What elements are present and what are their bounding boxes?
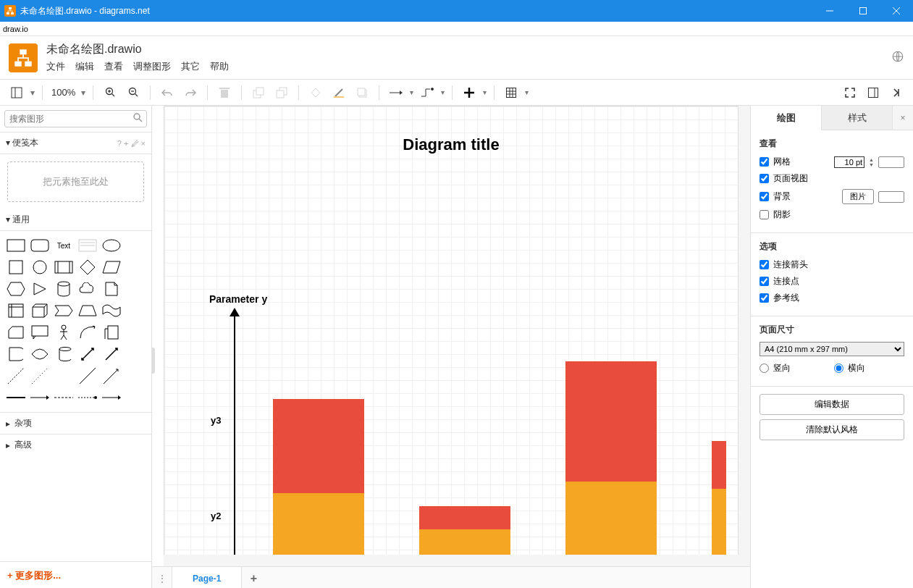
shape-bidir-arrow[interactable] bbox=[76, 344, 98, 364]
bar-4[interactable] bbox=[712, 441, 726, 566]
arrows-checkbox[interactable] bbox=[760, 260, 769, 269]
more-shapes-button[interactable]: + 更多图形... bbox=[0, 561, 151, 588]
tab-style[interactable]: 样式 bbox=[822, 106, 893, 130]
bar-1[interactable] bbox=[273, 399, 364, 566]
fill-color-button[interactable] bbox=[306, 83, 325, 102]
shape-actor[interactable] bbox=[52, 322, 75, 343]
shape-cube[interactable] bbox=[28, 301, 51, 321]
format-panel-button[interactable] bbox=[864, 83, 883, 102]
landscape-radio[interactable] bbox=[834, 364, 843, 373]
shape-arrow[interactable] bbox=[101, 344, 123, 364]
menu-help[interactable]: 帮助 bbox=[210, 60, 229, 73]
menu-view[interactable]: 查看 bbox=[104, 60, 123, 73]
shape-triangle[interactable] bbox=[28, 279, 51, 299]
clear-style-button[interactable]: 清除默认风格 bbox=[760, 419, 904, 440]
pageview-checkbox[interactable] bbox=[760, 174, 769, 183]
misc-header[interactable]: ▸ 杂项 bbox=[0, 412, 151, 434]
redo-button[interactable] bbox=[181, 83, 200, 102]
page-menu-button[interactable]: ⋮ bbox=[152, 567, 172, 588]
undo-button[interactable] bbox=[158, 83, 177, 102]
waypoint-button[interactable] bbox=[418, 83, 437, 102]
add-page-button[interactable]: + bbox=[242, 572, 265, 585]
scratchpad-drop[interactable]: 把元素拖至此处 bbox=[7, 161, 144, 202]
points-checkbox[interactable] bbox=[760, 277, 769, 286]
shape-card[interactable] bbox=[4, 322, 27, 343]
shape-doc[interactable] bbox=[101, 279, 123, 299]
background-checkbox[interactable] bbox=[760, 192, 769, 201]
shape-trapezoid[interactable] bbox=[76, 301, 98, 321]
shape-internal-storage[interactable] bbox=[4, 301, 27, 321]
grid-size-down[interactable]: ▼ bbox=[869, 162, 874, 167]
shape-dashed-line[interactable] bbox=[4, 366, 27, 386]
collapse-panel-button[interactable] bbox=[887, 83, 906, 102]
shape-or[interactable] bbox=[4, 344, 27, 364]
scratchpad-header[interactable]: ▾ 便笺本 ? + 🖉 × bbox=[0, 133, 151, 154]
guides-checkbox[interactable] bbox=[760, 293, 769, 303]
shape-rect[interactable] bbox=[4, 235, 27, 256]
shape-diamond[interactable] bbox=[76, 257, 98, 277]
zoom-level[interactable]: 100% bbox=[50, 87, 77, 98]
shape-roundrect[interactable] bbox=[28, 235, 51, 256]
connection-button[interactable] bbox=[387, 83, 405, 102]
insert-button[interactable] bbox=[460, 83, 479, 102]
line-color-button[interactable] bbox=[329, 83, 348, 102]
to-front-button[interactable] bbox=[249, 83, 268, 102]
bar-3[interactable] bbox=[565, 361, 657, 566]
shape-tape[interactable] bbox=[101, 301, 123, 321]
shape-textbox[interactable] bbox=[76, 235, 98, 256]
tab-diagram[interactable]: 绘图 bbox=[751, 106, 822, 130]
scrollbar-vertical[interactable] bbox=[739, 106, 750, 566]
shape-callout[interactable] bbox=[28, 322, 51, 343]
fullscreen-button[interactable] bbox=[841, 83, 859, 102]
advanced-header[interactable]: ▸ 高级 bbox=[0, 434, 151, 455]
shape-hexagon[interactable] bbox=[4, 279, 27, 299]
shape-data-store[interactable] bbox=[52, 344, 75, 364]
shape-arrow-line[interactable] bbox=[101, 366, 123, 386]
shape-text[interactable]: Text bbox=[52, 235, 75, 256]
shadow-button[interactable] bbox=[353, 83, 371, 102]
shape-circle[interactable] bbox=[28, 257, 51, 277]
edit-data-button[interactable]: 编辑数据 bbox=[760, 394, 904, 415]
menu-edit[interactable]: 编辑 bbox=[75, 60, 94, 73]
shape-square[interactable] bbox=[4, 257, 27, 277]
general-header[interactable]: ▾ 通用 bbox=[0, 209, 151, 231]
shape-dotted-line[interactable] bbox=[28, 366, 51, 386]
maximize-button[interactable] bbox=[846, 0, 880, 22]
grid-checkbox[interactable] bbox=[760, 157, 769, 167]
shadow-checkbox[interactable] bbox=[760, 210, 769, 219]
portrait-radio[interactable] bbox=[760, 364, 769, 373]
zoom-out-button[interactable] bbox=[124, 83, 143, 102]
minimize-button[interactable] bbox=[813, 0, 846, 22]
shape-conn-1[interactable] bbox=[4, 387, 27, 408]
shape-cloud[interactable] bbox=[76, 279, 98, 299]
search-input[interactable] bbox=[4, 110, 147, 127]
shape-cylinder[interactable] bbox=[52, 279, 75, 299]
background-color-swatch[interactable] bbox=[878, 191, 904, 203]
close-button[interactable] bbox=[880, 0, 913, 22]
shape-parallelogram[interactable] bbox=[101, 257, 123, 277]
delete-button[interactable] bbox=[215, 83, 234, 102]
shape-curve[interactable] bbox=[76, 322, 98, 343]
zoom-in-button[interactable] bbox=[101, 83, 119, 102]
canvas[interactable]: Diagram title Parameter y y3 y2 bbox=[164, 106, 739, 566]
shape-conn-3[interactable] bbox=[52, 387, 75, 408]
document-title[interactable]: 未命名绘图.drawio bbox=[46, 42, 883, 57]
menu-file[interactable]: 文件 bbox=[46, 60, 65, 73]
menu-arrange[interactable]: 调整图形 bbox=[133, 60, 171, 73]
diagram-title[interactable]: Diagram title bbox=[164, 135, 738, 154]
grid-size-up[interactable]: ▲ bbox=[869, 157, 874, 162]
shape-line[interactable] bbox=[76, 366, 98, 386]
shape-step[interactable] bbox=[52, 301, 75, 321]
shape-conn-4[interactable] bbox=[76, 387, 98, 408]
pagesize-select[interactable]: A4 (210 mm x 297 mm) bbox=[760, 342, 904, 356]
shape-ellipse[interactable] bbox=[101, 235, 123, 256]
shape-and[interactable] bbox=[28, 344, 51, 364]
grid-size-input[interactable] bbox=[834, 156, 864, 168]
sidebar-toggle-button[interactable] bbox=[7, 83, 26, 102]
table-button[interactable] bbox=[502, 83, 521, 102]
shape-conn-5[interactable] bbox=[101, 387, 123, 408]
shape-doc-alt[interactable] bbox=[101, 322, 123, 343]
close-panel-button[interactable]: × bbox=[893, 106, 913, 130]
scrollbar-horizontal[interactable] bbox=[164, 555, 739, 566]
to-back-button[interactable] bbox=[272, 83, 291, 102]
